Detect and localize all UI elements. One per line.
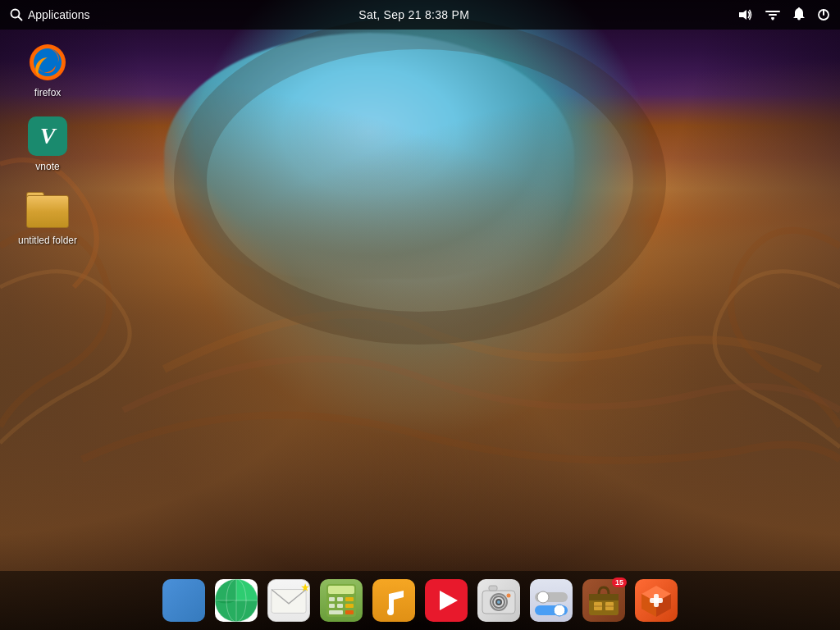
appstore-icon [635, 579, 678, 622]
firefox-label: firefox [34, 87, 62, 98]
svg-line-2 [19, 17, 22, 21]
svg-rect-26 [329, 604, 335, 608]
network-button[interactable] [765, 8, 781, 21]
photo-icon [477, 579, 520, 622]
panel-left: Applications [10, 8, 90, 21]
vnote-icon-image: V [26, 115, 69, 158]
svg-point-42 [554, 605, 565, 616]
svg-point-8 [798, 7, 800, 9]
dock-appstore[interactable] [632, 576, 681, 625]
dock: 15 [0, 571, 840, 630]
svg-rect-54 [650, 598, 663, 603]
panel-datetime: Sat, Sep 21 8:38 PM [358, 8, 469, 21]
mail-icon [267, 579, 310, 622]
firefox-icon-desktop[interactable]: firefox [15, 41, 80, 98]
desktop: Applications Sat, Sep 21 8:38 PM [0, 0, 840, 630]
svg-rect-28 [345, 604, 354, 608]
svg-rect-44 [589, 594, 619, 600]
volume-button[interactable] [738, 8, 753, 21]
browser-icon [215, 579, 258, 622]
wallpaper-rocks [0, 0, 840, 630]
svg-rect-23 [329, 597, 335, 601]
firefox-icon-image [26, 41, 69, 84]
multitask-icon [162, 579, 205, 622]
dock-browser[interactable] [212, 576, 261, 625]
svg-rect-4 [765, 11, 780, 12]
dock-settings[interactable] [527, 576, 576, 625]
svg-rect-29 [329, 610, 343, 614]
folder-icon-image [26, 189, 69, 231]
svg-rect-30 [345, 610, 354, 614]
search-button[interactable]: Applications [10, 8, 90, 21]
bell-icon [792, 7, 806, 22]
dock-photo[interactable] [474, 576, 523, 625]
svg-rect-25 [345, 597, 354, 601]
dock-calculator[interactable] [317, 576, 366, 625]
volume-icon [738, 8, 753, 21]
svg-rect-5 [769, 14, 777, 16]
desktop-icons: firefox V vnote untitled folder [15, 41, 80, 246]
settings-icon [530, 579, 573, 622]
folder-label: untitled folder [18, 235, 77, 246]
dock-mail[interactable] [264, 576, 313, 625]
svg-point-36 [497, 600, 500, 604]
svg-point-38 [507, 594, 511, 598]
calculator-icon [320, 579, 363, 622]
svg-marker-31 [440, 591, 458, 610]
top-panel: Applications Sat, Sep 21 8:38 PM [0, 0, 840, 30]
svg-marker-3 [739, 10, 746, 20]
video-icon [425, 579, 468, 622]
vnote-icon-desktop[interactable]: V vnote [15, 115, 80, 172]
dock-video[interactable] [422, 576, 471, 625]
software-manager-badge: 15 [612, 578, 627, 587]
power-icon [817, 8, 830, 21]
svg-point-40 [537, 591, 549, 603]
svg-rect-27 [337, 604, 343, 608]
svg-rect-7 [771, 17, 774, 19]
dock-multitask[interactable] [159, 576, 208, 625]
dock-software-manager[interactable]: 15 [579, 576, 628, 625]
vnote-icon-shape: V [28, 116, 67, 156]
power-button[interactable] [817, 8, 830, 21]
firefox-svg-icon [28, 43, 67, 82]
panel-right [738, 7, 830, 22]
search-icon [10, 8, 23, 21]
folder-icon-desktop[interactable]: untitled folder [15, 189, 80, 246]
vnote-label: vnote [35, 161, 59, 172]
folder-icon-shape [26, 192, 69, 228]
dock-music[interactable] [369, 576, 418, 625]
network-icon [765, 8, 781, 21]
svg-rect-24 [337, 597, 343, 601]
applications-menu-button[interactable]: Applications [28, 8, 90, 21]
music-icon [372, 579, 415, 622]
notifications-button[interactable] [792, 7, 806, 22]
svg-rect-22 [328, 586, 354, 594]
svg-rect-37 [489, 586, 497, 591]
